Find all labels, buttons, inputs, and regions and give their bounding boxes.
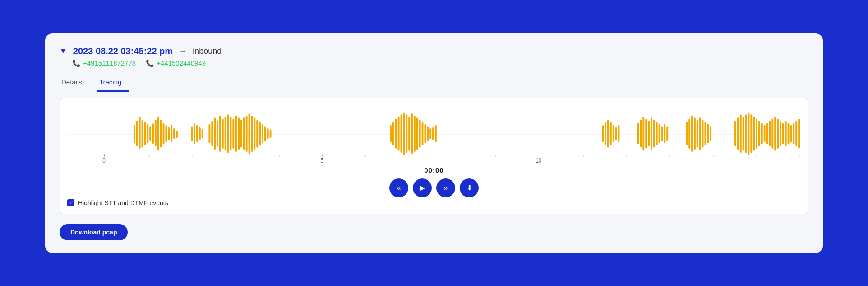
- rewind-button[interactable]: «: [389, 178, 408, 197]
- svg-rect-66: [607, 120, 609, 147]
- svg-rect-74: [645, 118, 647, 148]
- svg-text:0: 0: [102, 156, 106, 163]
- phones-row: 📞 +4915111872778 📞 +441502440949: [72, 59, 808, 67]
- svg-rect-113: [788, 123, 790, 144]
- svg-rect-37: [249, 113, 250, 154]
- tab-tracing[interactable]: Tracing: [97, 75, 129, 92]
- svg-rect-89: [702, 120, 704, 147]
- svg-rect-30: [230, 117, 231, 151]
- svg-rect-72: [640, 120, 642, 147]
- svg-rect-90: [704, 122, 706, 145]
- svg-rect-54: [411, 113, 413, 154]
- header-row: ▼ 2023 08.22 03:45:22 pm → inbound: [60, 46, 808, 56]
- direction-label: inbound: [193, 47, 222, 56]
- phone-number-1: +4915111872778: [83, 59, 136, 67]
- svg-rect-35: [243, 117, 245, 150]
- outer-card: ▼ 2023 08.22 03:45:22 pm → inbound 📞 +49…: [37, 25, 831, 261]
- tab-details[interactable]: Details: [60, 75, 89, 92]
- phone-icon-1: 📞: [72, 59, 80, 67]
- svg-rect-115: [793, 123, 794, 144]
- svg-rect-13: [168, 127, 170, 140]
- svg-rect-83: [686, 122, 688, 145]
- svg-rect-25: [217, 121, 218, 146]
- phone-item-2: 📞 +441502440949: [146, 59, 206, 67]
- play-button[interactable]: ▶: [413, 178, 432, 197]
- download-audio-button[interactable]: ⬇: [460, 178, 479, 197]
- svg-rect-101: [756, 118, 757, 148]
- svg-rect-94: [737, 117, 739, 150]
- svg-rect-0: [134, 125, 135, 143]
- svg-rect-21: [202, 129, 203, 138]
- svg-rect-19: [196, 125, 198, 142]
- svg-rect-64: [602, 125, 604, 142]
- svg-rect-91: [707, 124, 709, 143]
- svg-text:10: 10: [536, 156, 541, 163]
- svg-rect-87: [697, 120, 698, 147]
- highlight-label: Highlight STT and DTMF events: [78, 199, 168, 206]
- svg-rect-57: [419, 120, 421, 147]
- phone-item-1: 📞 +4915111872778: [72, 59, 136, 67]
- svg-rect-81: [664, 124, 665, 143]
- highlight-checkbox[interactable]: ✓: [67, 199, 74, 206]
- svg-rect-78: [656, 122, 658, 145]
- svg-rect-4: [144, 122, 146, 145]
- svg-rect-75: [648, 121, 650, 146]
- svg-rect-42: [262, 124, 263, 143]
- svg-rect-107: [771, 118, 773, 148]
- svg-rect-106: [769, 121, 771, 146]
- svg-rect-102: [758, 121, 760, 146]
- svg-rect-80: [661, 126, 663, 141]
- svg-rect-70: [618, 125, 619, 142]
- svg-rect-22: [208, 124, 210, 143]
- svg-rect-62: [432, 127, 434, 140]
- svg-rect-44: [267, 128, 269, 139]
- svg-rect-38: [251, 115, 253, 151]
- svg-rect-69: [615, 127, 617, 140]
- download-pcap-button[interactable]: Download pcap: [60, 224, 128, 240]
- waveform-area: 0 5 10: [67, 105, 801, 164]
- svg-rect-53: [408, 117, 410, 151]
- svg-rect-50: [401, 114, 402, 153]
- svg-rect-10: [160, 120, 162, 147]
- svg-rect-55: [414, 115, 416, 151]
- svg-rect-98: [748, 112, 749, 155]
- svg-rect-48: [395, 118, 397, 148]
- svg-rect-46: [390, 125, 392, 142]
- svg-rect-8: [155, 120, 157, 146]
- svg-rect-92: [710, 126, 711, 141]
- svg-rect-60: [427, 126, 429, 141]
- svg-rect-24: [214, 117, 216, 150]
- svg-rect-7: [152, 123, 154, 144]
- svg-rect-110: [780, 121, 781, 146]
- svg-rect-31: [232, 118, 234, 148]
- svg-rect-108: [774, 117, 776, 151]
- svg-rect-32: [235, 115, 237, 151]
- svg-rect-104: [764, 125, 766, 142]
- svg-rect-109: [777, 118, 779, 148]
- svg-rect-77: [653, 120, 655, 147]
- svg-rect-116: [795, 121, 797, 146]
- controls-row: 00:00 « ▶ » ⬇: [67, 166, 801, 197]
- svg-rect-68: [613, 125, 614, 142]
- svg-rect-11: [163, 123, 165, 144]
- svg-rect-15: [173, 128, 175, 139]
- svg-rect-56: [416, 117, 418, 150]
- svg-rect-1: [136, 121, 138, 146]
- svg-rect-41: [259, 122, 261, 145]
- svg-rect-39: [254, 117, 255, 150]
- svg-rect-86: [694, 117, 696, 150]
- svg-rect-51: [403, 112, 405, 155]
- svg-rect-20: [199, 127, 201, 140]
- fast-forward-button[interactable]: »: [436, 178, 455, 197]
- svg-rect-111: [782, 123, 784, 144]
- svg-rect-40: [256, 120, 258, 147]
- time-display: 00:00: [424, 166, 443, 174]
- svg-rect-14: [171, 125, 172, 142]
- svg-rect-26: [219, 115, 221, 151]
- inner-card: ▼ 2023 08.22 03:45:22 pm → inbound 📞 +49…: [45, 33, 823, 253]
- chevron-icon: ▼: [60, 47, 67, 55]
- svg-rect-2: [139, 117, 141, 149]
- svg-rect-5: [147, 124, 148, 143]
- svg-rect-45: [270, 129, 272, 138]
- svg-rect-99: [750, 114, 752, 153]
